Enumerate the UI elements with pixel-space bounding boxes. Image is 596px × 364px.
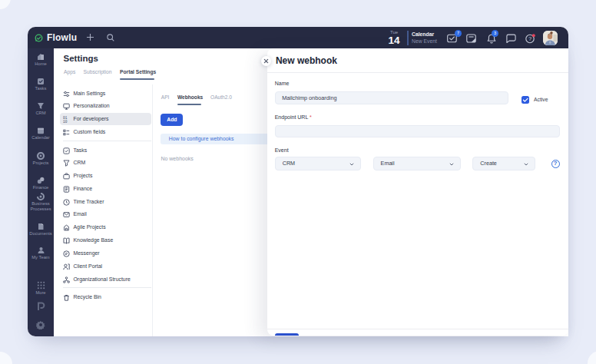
svg-text:10: 10 <box>63 120 68 123</box>
svg-text:?: ? <box>528 35 531 42</box>
